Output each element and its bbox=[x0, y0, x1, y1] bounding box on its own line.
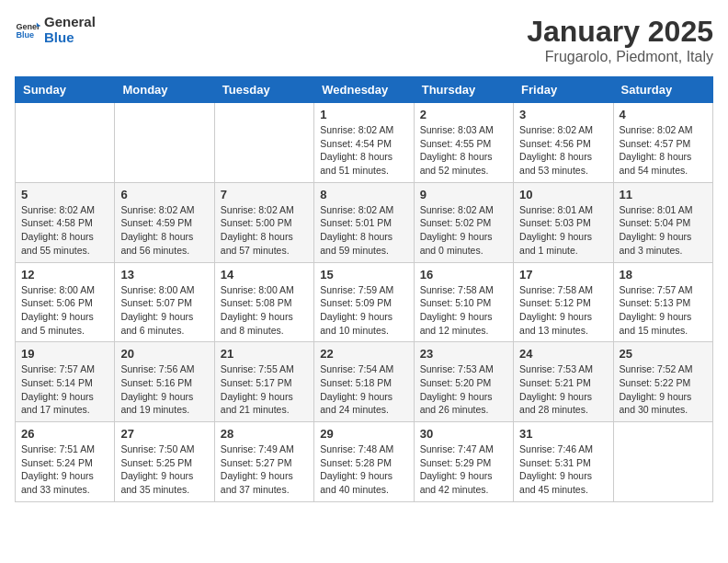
day-info: Sunrise: 7:49 AM Sunset: 5:27 PM Dayligh… bbox=[221, 442, 308, 497]
day-info: Sunrise: 7:57 AM Sunset: 5:13 PM Dayligh… bbox=[620, 283, 707, 338]
day-info: Sunrise: 8:02 AM Sunset: 5:01 PM Dayligh… bbox=[320, 203, 407, 258]
day-info: Sunrise: 7:54 AM Sunset: 5:18 PM Dayligh… bbox=[320, 362, 407, 417]
day-info: Sunrise: 7:50 AM Sunset: 5:25 PM Dayligh… bbox=[120, 442, 208, 497]
weekday-header-monday: Monday bbox=[115, 77, 214, 103]
weekday-header-friday: Friday bbox=[514, 77, 613, 103]
logo-blue: Blue bbox=[44, 30, 96, 46]
day-info: Sunrise: 7:46 AM Sunset: 5:31 PM Dayligh… bbox=[519, 442, 607, 497]
calendar-cell: 22Sunrise: 7:54 AM Sunset: 5:18 PM Dayli… bbox=[314, 342, 414, 422]
day-number: 27 bbox=[120, 427, 208, 441]
weekday-header-sunday: Sunday bbox=[16, 77, 115, 103]
logo: General Blue General Blue bbox=[15, 15, 96, 45]
day-info: Sunrise: 8:00 AM Sunset: 5:06 PM Dayligh… bbox=[21, 283, 108, 338]
calendar-week-5: 26Sunrise: 7:51 AM Sunset: 5:24 PM Dayli… bbox=[16, 422, 713, 502]
day-number: 28 bbox=[221, 427, 308, 441]
day-number: 18 bbox=[620, 268, 707, 282]
day-info: Sunrise: 7:59 AM Sunset: 5:09 PM Dayligh… bbox=[320, 283, 407, 338]
day-number: 11 bbox=[620, 188, 707, 201]
day-number: 9 bbox=[420, 188, 507, 201]
calendar-cell: 10Sunrise: 8:01 AM Sunset: 5:03 PM Dayli… bbox=[514, 182, 613, 262]
calendar-cell: 29Sunrise: 7:48 AM Sunset: 5:28 PM Dayli… bbox=[314, 422, 414, 502]
day-number: 24 bbox=[519, 347, 607, 361]
weekday-header-tuesday: Tuesday bbox=[214, 77, 313, 103]
day-number: 29 bbox=[320, 427, 407, 441]
calendar-cell bbox=[16, 103, 115, 183]
day-number: 4 bbox=[620, 108, 707, 121]
day-info: Sunrise: 8:02 AM Sunset: 5:02 PM Dayligh… bbox=[420, 203, 507, 258]
calendar-cell: 26Sunrise: 7:51 AM Sunset: 5:24 PM Dayli… bbox=[16, 422, 115, 502]
day-info: Sunrise: 7:51 AM Sunset: 5:24 PM Dayligh… bbox=[21, 442, 108, 497]
calendar-cell: 12Sunrise: 8:00 AM Sunset: 5:06 PM Dayli… bbox=[16, 262, 115, 342]
day-info: Sunrise: 7:53 AM Sunset: 5:21 PM Dayligh… bbox=[519, 362, 607, 417]
day-info: Sunrise: 8:02 AM Sunset: 4:54 PM Dayligh… bbox=[320, 123, 407, 178]
page-header: General Blue General Blue January 2025 F… bbox=[15, 15, 713, 65]
day-number: 30 bbox=[420, 427, 507, 441]
day-info: Sunrise: 7:53 AM Sunset: 5:20 PM Dayligh… bbox=[420, 362, 507, 417]
calendar-cell: 31Sunrise: 7:46 AM Sunset: 5:31 PM Dayli… bbox=[514, 422, 613, 502]
calendar-title: January 2025 bbox=[527, 15, 713, 49]
calendar-cell: 4Sunrise: 8:02 AM Sunset: 4:57 PM Daylig… bbox=[613, 103, 712, 183]
calendar-cell: 13Sunrise: 8:00 AM Sunset: 5:07 PM Dayli… bbox=[115, 262, 214, 342]
day-number: 22 bbox=[320, 347, 407, 361]
calendar-cell: 16Sunrise: 7:58 AM Sunset: 5:10 PM Dayli… bbox=[414, 262, 513, 342]
day-info: Sunrise: 8:02 AM Sunset: 4:57 PM Dayligh… bbox=[620, 123, 707, 178]
day-info: Sunrise: 8:01 AM Sunset: 5:03 PM Dayligh… bbox=[519, 203, 607, 258]
day-number: 1 bbox=[320, 108, 407, 121]
day-info: Sunrise: 8:02 AM Sunset: 4:58 PM Dayligh… bbox=[21, 203, 108, 258]
day-info: Sunrise: 7:58 AM Sunset: 5:12 PM Dayligh… bbox=[519, 283, 607, 338]
day-info: Sunrise: 7:48 AM Sunset: 5:28 PM Dayligh… bbox=[320, 442, 407, 497]
day-number: 12 bbox=[21, 268, 108, 282]
logo-icon: General Blue bbox=[15, 17, 40, 43]
day-number: 5 bbox=[21, 188, 108, 201]
calendar-cell: 15Sunrise: 7:59 AM Sunset: 5:09 PM Dayli… bbox=[314, 262, 414, 342]
day-info: Sunrise: 8:02 AM Sunset: 4:59 PM Dayligh… bbox=[120, 203, 208, 258]
calendar-cell: 28Sunrise: 7:49 AM Sunset: 5:27 PM Dayli… bbox=[214, 422, 313, 502]
day-number: 10 bbox=[519, 188, 607, 201]
day-info: Sunrise: 8:02 AM Sunset: 4:56 PM Dayligh… bbox=[519, 123, 607, 178]
weekday-header-thursday: Thursday bbox=[414, 77, 513, 103]
day-info: Sunrise: 8:00 AM Sunset: 5:07 PM Dayligh… bbox=[120, 283, 208, 338]
day-number: 6 bbox=[120, 188, 208, 201]
calendar-body: 1Sunrise: 8:02 AM Sunset: 4:54 PM Daylig… bbox=[16, 103, 713, 502]
calendar-cell: 30Sunrise: 7:47 AM Sunset: 5:29 PM Dayli… bbox=[414, 422, 513, 502]
calendar-cell bbox=[613, 422, 712, 502]
calendar-cell bbox=[214, 103, 313, 183]
calendar-cell: 11Sunrise: 8:01 AM Sunset: 5:04 PM Dayli… bbox=[613, 182, 712, 262]
day-number: 20 bbox=[120, 347, 208, 361]
day-number: 25 bbox=[620, 347, 707, 361]
calendar-week-3: 12Sunrise: 8:00 AM Sunset: 5:06 PM Dayli… bbox=[16, 262, 713, 342]
calendar-cell: 2Sunrise: 8:03 AM Sunset: 4:55 PM Daylig… bbox=[414, 103, 513, 183]
weekday-row: SundayMondayTuesdayWednesdayThursdayFrid… bbox=[16, 77, 713, 103]
calendar-week-4: 19Sunrise: 7:57 AM Sunset: 5:14 PM Dayli… bbox=[16, 342, 713, 422]
day-number: 16 bbox=[420, 268, 507, 282]
day-info: Sunrise: 7:52 AM Sunset: 5:22 PM Dayligh… bbox=[620, 362, 707, 417]
day-info: Sunrise: 8:01 AM Sunset: 5:04 PM Dayligh… bbox=[620, 203, 707, 258]
calendar-header: SundayMondayTuesdayWednesdayThursdayFrid… bbox=[16, 77, 713, 103]
calendar-cell: 17Sunrise: 7:58 AM Sunset: 5:12 PM Dayli… bbox=[514, 262, 613, 342]
day-number: 13 bbox=[120, 268, 208, 282]
day-number: 8 bbox=[320, 188, 407, 201]
calendar-cell: 18Sunrise: 7:57 AM Sunset: 5:13 PM Dayli… bbox=[613, 262, 712, 342]
day-number: 2 bbox=[420, 108, 507, 121]
weekday-header-wednesday: Wednesday bbox=[314, 77, 414, 103]
calendar-cell: 8Sunrise: 8:02 AM Sunset: 5:01 PM Daylig… bbox=[314, 182, 414, 262]
calendar-cell: 3Sunrise: 8:02 AM Sunset: 4:56 PM Daylig… bbox=[514, 103, 613, 183]
calendar-table: SundayMondayTuesdayWednesdayThursdayFrid… bbox=[15, 76, 713, 502]
day-number: 14 bbox=[221, 268, 308, 282]
day-info: Sunrise: 7:57 AM Sunset: 5:14 PM Dayligh… bbox=[21, 362, 108, 417]
calendar-cell: 21Sunrise: 7:55 AM Sunset: 5:17 PM Dayli… bbox=[214, 342, 313, 422]
day-number: 15 bbox=[320, 268, 407, 282]
calendar-cell bbox=[115, 103, 214, 183]
calendar-cell: 20Sunrise: 7:56 AM Sunset: 5:16 PM Dayli… bbox=[115, 342, 214, 422]
day-number: 23 bbox=[420, 347, 507, 361]
day-info: Sunrise: 8:00 AM Sunset: 5:08 PM Dayligh… bbox=[221, 283, 308, 338]
calendar-cell: 14Sunrise: 8:00 AM Sunset: 5:08 PM Dayli… bbox=[214, 262, 313, 342]
calendar-week-1: 1Sunrise: 8:02 AM Sunset: 4:54 PM Daylig… bbox=[16, 103, 713, 183]
calendar-cell: 25Sunrise: 7:52 AM Sunset: 5:22 PM Dayli… bbox=[613, 342, 712, 422]
weekday-header-saturday: Saturday bbox=[613, 77, 712, 103]
svg-text:Blue: Blue bbox=[16, 30, 34, 40]
day-number: 26 bbox=[21, 427, 108, 441]
day-number: 31 bbox=[519, 427, 607, 441]
calendar-week-2: 5Sunrise: 8:02 AM Sunset: 4:58 PM Daylig… bbox=[16, 182, 713, 262]
day-number: 7 bbox=[221, 188, 308, 201]
